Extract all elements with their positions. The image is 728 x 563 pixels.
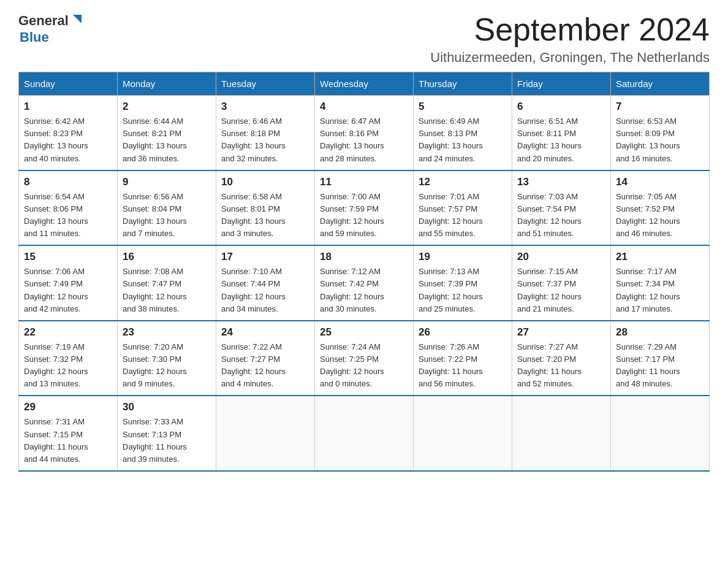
calendar-table: SundayMondayTuesdayWednesdayThursdayFrid… xyxy=(18,72,710,472)
calendar-week-row: 15Sunrise: 7:06 AMSunset: 7:49 PMDayligh… xyxy=(19,245,710,321)
header-thursday: Thursday xyxy=(414,72,512,96)
calendar-cell: 1Sunrise: 6:42 AMSunset: 8:23 PMDaylight… xyxy=(19,96,118,170)
day-detail: Sunrise: 6:44 AMSunset: 8:21 PMDaylight:… xyxy=(123,115,211,165)
page-header: General Blue September 2024 Uithuizermee… xyxy=(18,12,710,66)
calendar-cell: 23Sunrise: 7:20 AMSunset: 7:30 PMDayligh… xyxy=(118,321,216,396)
day-number: 28 xyxy=(616,326,704,339)
calendar-cell: 4Sunrise: 6:47 AMSunset: 8:16 PMDaylight… xyxy=(315,96,414,170)
header-tuesday: Tuesday xyxy=(216,72,315,96)
day-number: 9 xyxy=(123,176,211,188)
calendar-cell: 20Sunrise: 7:15 AMSunset: 7:37 PMDayligh… xyxy=(512,245,611,321)
day-number: 15 xyxy=(24,251,112,263)
calendar-cell: 12Sunrise: 7:01 AMSunset: 7:57 PMDayligh… xyxy=(414,170,512,246)
month-title: September 2024 xyxy=(430,12,710,47)
logo-triangle-icon xyxy=(70,12,84,28)
day-detail: Sunrise: 6:47 AMSunset: 8:16 PMDaylight:… xyxy=(320,115,408,165)
day-number: 2 xyxy=(123,101,211,113)
calendar-cell: 10Sunrise: 6:58 AMSunset: 8:01 PMDayligh… xyxy=(216,170,315,246)
day-detail: Sunrise: 6:53 AMSunset: 8:09 PMDaylight:… xyxy=(616,115,704,165)
day-detail: Sunrise: 7:33 AMSunset: 7:13 PMDaylight:… xyxy=(123,416,211,465)
header-sunday: Sunday xyxy=(19,72,118,96)
calendar-cell: 17Sunrise: 7:10 AMSunset: 7:44 PMDayligh… xyxy=(216,245,315,321)
day-detail: Sunrise: 7:06 AMSunset: 7:49 PMDaylight:… xyxy=(24,266,112,315)
day-detail: Sunrise: 7:22 AMSunset: 7:27 PMDaylight:… xyxy=(221,341,309,391)
calendar-week-row: 29Sunrise: 7:31 AMSunset: 7:15 PMDayligh… xyxy=(19,396,710,471)
calendar-cell: 16Sunrise: 7:08 AMSunset: 7:47 PMDayligh… xyxy=(118,245,216,321)
calendar-cell: 22Sunrise: 7:19 AMSunset: 7:32 PMDayligh… xyxy=(19,321,118,396)
day-number: 14 xyxy=(616,176,704,188)
day-detail: Sunrise: 6:42 AMSunset: 8:23 PMDaylight:… xyxy=(24,115,112,165)
day-detail: Sunrise: 7:15 AMSunset: 7:37 PMDaylight:… xyxy=(517,266,605,315)
day-detail: Sunrise: 7:31 AMSunset: 7:15 PMDaylight:… xyxy=(24,416,112,465)
header-monday: Monday xyxy=(118,72,216,96)
day-detail: Sunrise: 7:12 AMSunset: 7:42 PMDaylight:… xyxy=(320,266,408,315)
day-number: 18 xyxy=(320,251,408,263)
day-detail: Sunrise: 7:13 AMSunset: 7:39 PMDaylight:… xyxy=(419,266,507,315)
calendar-cell xyxy=(512,396,611,471)
calendar-cell: 30Sunrise: 7:33 AMSunset: 7:13 PMDayligh… xyxy=(118,396,216,471)
calendar-cell: 29Sunrise: 7:31 AMSunset: 7:15 PMDayligh… xyxy=(19,396,118,471)
calendar-week-row: 8Sunrise: 6:54 AMSunset: 8:06 PMDaylight… xyxy=(19,170,710,246)
day-number: 20 xyxy=(517,251,605,263)
calendar-cell: 14Sunrise: 7:05 AMSunset: 7:52 PMDayligh… xyxy=(611,170,710,246)
day-detail: Sunrise: 6:46 AMSunset: 8:18 PMDaylight:… xyxy=(221,115,309,165)
day-number: 13 xyxy=(517,176,605,188)
day-number: 21 xyxy=(616,251,704,263)
day-detail: Sunrise: 7:20 AMSunset: 7:30 PMDaylight:… xyxy=(123,341,211,391)
day-detail: Sunrise: 7:19 AMSunset: 7:32 PMDaylight:… xyxy=(24,341,112,391)
calendar-cell: 24Sunrise: 7:22 AMSunset: 7:27 PMDayligh… xyxy=(216,321,315,396)
logo-blue-text: Blue xyxy=(20,29,49,45)
day-number: 12 xyxy=(419,176,507,188)
day-number: 16 xyxy=(123,251,211,263)
day-number: 26 xyxy=(419,326,507,339)
calendar-cell: 8Sunrise: 6:54 AMSunset: 8:06 PMDaylight… xyxy=(19,170,118,246)
calendar-cell: 15Sunrise: 7:06 AMSunset: 7:49 PMDayligh… xyxy=(19,245,118,321)
day-detail: Sunrise: 6:58 AMSunset: 8:01 PMDaylight:… xyxy=(221,191,309,240)
calendar-cell: 18Sunrise: 7:12 AMSunset: 7:42 PMDayligh… xyxy=(315,245,414,321)
day-detail: Sunrise: 6:51 AMSunset: 8:11 PMDaylight:… xyxy=(517,115,605,165)
day-number: 29 xyxy=(24,401,112,413)
title-block: September 2024 Uithuizermeeden, Groninge… xyxy=(430,12,710,66)
day-number: 22 xyxy=(24,326,112,339)
calendar-cell: 11Sunrise: 7:00 AMSunset: 7:59 PMDayligh… xyxy=(315,170,414,246)
day-number: 8 xyxy=(24,176,112,188)
calendar-week-row: 22Sunrise: 7:19 AMSunset: 7:32 PMDayligh… xyxy=(19,321,710,396)
day-number: 27 xyxy=(517,326,605,339)
day-detail: Sunrise: 6:56 AMSunset: 8:04 PMDaylight:… xyxy=(123,191,211,240)
calendar-cell: 25Sunrise: 7:24 AMSunset: 7:25 PMDayligh… xyxy=(315,321,414,396)
calendar-cell: 6Sunrise: 6:51 AMSunset: 8:11 PMDaylight… xyxy=(512,96,611,170)
day-detail: Sunrise: 7:27 AMSunset: 7:20 PMDaylight:… xyxy=(517,341,605,391)
calendar-cell xyxy=(414,396,512,471)
svg-marker-0 xyxy=(73,15,82,23)
day-detail: Sunrise: 7:10 AMSunset: 7:44 PMDaylight:… xyxy=(221,266,309,315)
day-number: 23 xyxy=(123,326,211,339)
day-detail: Sunrise: 7:17 AMSunset: 7:34 PMDaylight:… xyxy=(616,266,704,315)
logo: General Blue xyxy=(18,12,84,45)
day-detail: Sunrise: 7:29 AMSunset: 7:17 PMDaylight:… xyxy=(616,341,704,391)
day-detail: Sunrise: 7:03 AMSunset: 7:54 PMDaylight:… xyxy=(517,191,605,240)
calendar-cell: 28Sunrise: 7:29 AMSunset: 7:17 PMDayligh… xyxy=(611,321,710,396)
header-saturday: Saturday xyxy=(611,72,710,96)
day-number: 3 xyxy=(221,101,309,113)
day-detail: Sunrise: 7:24 AMSunset: 7:25 PMDaylight:… xyxy=(320,341,408,391)
location-title: Uithuizermeeden, Groningen, The Netherla… xyxy=(430,50,710,66)
day-detail: Sunrise: 7:01 AMSunset: 7:57 PMDaylight:… xyxy=(419,191,507,240)
day-number: 6 xyxy=(517,101,605,113)
day-number: 5 xyxy=(419,101,507,113)
day-number: 25 xyxy=(320,326,408,339)
day-detail: Sunrise: 7:26 AMSunset: 7:22 PMDaylight:… xyxy=(419,341,507,391)
day-number: 30 xyxy=(123,401,211,413)
header-wednesday: Wednesday xyxy=(315,72,414,96)
day-number: 24 xyxy=(221,326,309,339)
calendar-cell xyxy=(216,396,315,471)
day-detail: Sunrise: 7:00 AMSunset: 7:59 PMDaylight:… xyxy=(320,191,408,240)
calendar-cell xyxy=(315,396,414,471)
calendar-cell: 3Sunrise: 6:46 AMSunset: 8:18 PMDaylight… xyxy=(216,96,315,170)
day-detail: Sunrise: 7:05 AMSunset: 7:52 PMDaylight:… xyxy=(616,191,704,240)
calendar-cell: 19Sunrise: 7:13 AMSunset: 7:39 PMDayligh… xyxy=(414,245,512,321)
calendar-header-row: SundayMondayTuesdayWednesdayThursdayFrid… xyxy=(19,72,710,96)
calendar-cell: 21Sunrise: 7:17 AMSunset: 7:34 PMDayligh… xyxy=(611,245,710,321)
day-number: 17 xyxy=(221,251,309,263)
calendar-cell xyxy=(611,396,710,471)
day-number: 10 xyxy=(221,176,309,188)
